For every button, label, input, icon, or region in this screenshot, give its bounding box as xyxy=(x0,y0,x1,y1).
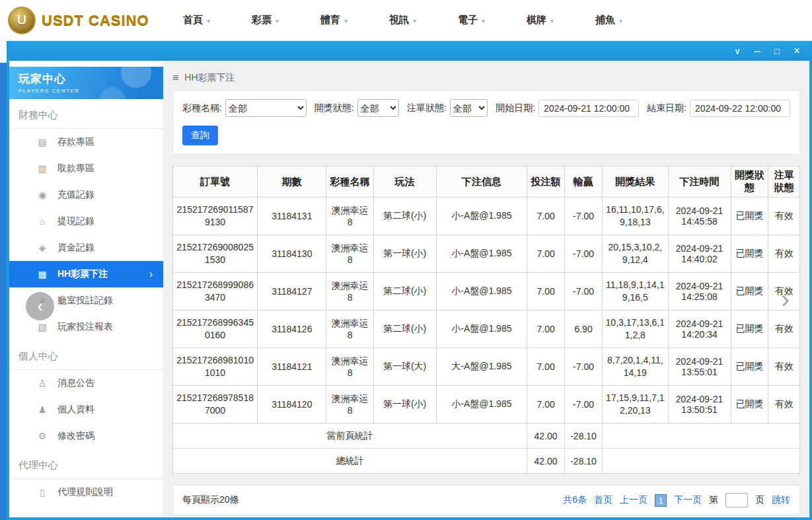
sidebar-item-profile[interactable]: ♟個人資料 xyxy=(9,396,163,423)
bets-table: 訂單號期數彩種名稱玩法下注信息投注額輸贏開獎結果下注時間開獎狀態注單狀態 215… xyxy=(172,166,800,474)
cell-col-6: -7.00 xyxy=(565,235,603,273)
jump-button[interactable]: 跳转 xyxy=(772,494,790,506)
table-row: 215217268978518700031184120澳洲幸运8第一球(小)小-… xyxy=(173,386,800,424)
cell-col-8: 2024-09-21 13:55:01 xyxy=(668,348,731,386)
cell-col-1: 31184130 xyxy=(258,235,326,273)
report-sheet-icon: ▧ xyxy=(37,322,48,332)
chevron-down-icon: ▾ xyxy=(276,16,279,24)
cell-col-7: 16,11,10,17,6,9,18,13 xyxy=(603,198,669,235)
sidebar-item-cashout-record[interactable]: ⌂提現記錄 xyxy=(9,208,163,235)
cell-col-5: 7.00 xyxy=(527,311,565,348)
sidebar-item-agent-rules[interactable]: ▯代理規則說明 xyxy=(9,479,163,505)
announcement-bell-icon: ♙ xyxy=(37,378,48,389)
page-size-label: 每頁顯示20條 xyxy=(182,494,239,506)
table-row: 215217268996345016031184126澳洲幸运8第二球(小)小-… xyxy=(173,311,800,348)
next-page-link[interactable]: 下一页 xyxy=(674,494,702,506)
cell-col-2: 澳洲幸运8 xyxy=(326,386,373,424)
window-titlebar: ∨─□× xyxy=(9,41,809,61)
cell-col-8: 2024-09-21 13:50:51 xyxy=(668,386,731,424)
site-logo[interactable]: U USDT CASINO xyxy=(8,7,166,34)
page-jump-input[interactable] xyxy=(725,493,748,507)
nav-item-video[interactable]: 視訊▾ xyxy=(389,14,458,26)
cell-col-7: 11,18,9,1,14,19,16,5 xyxy=(603,273,669,311)
cell-col-0: 2152172689990863470 xyxy=(173,273,258,311)
column-header-9: 開獎狀態 xyxy=(731,167,768,198)
sidebar-item-withdraw-zone[interactable]: ▥取款專區 xyxy=(9,155,163,182)
nav-item-slots[interactable]: 電子▾ xyxy=(458,14,527,26)
sidebar-item-label: 代理規則說明 xyxy=(57,486,113,498)
table-row: 215217268981010101031184121澳洲幸运8第一球(大)大-… xyxy=(173,348,800,386)
carousel-right-arrow[interactable]: › xyxy=(781,287,790,312)
chevron-down-icon: ▾ xyxy=(482,16,485,24)
nav-item-label: 棋牌 xyxy=(527,14,546,26)
sidebar-item-deposit-zone[interactable]: ▤存款專區 xyxy=(9,129,163,155)
nav-item-sports[interactable]: 體育▾ xyxy=(320,14,389,26)
player-center-sidebar: 玩家中心 PLAYERS CENTER 財務中心▤存款專區▥取款專區◉充值記錄⌂… xyxy=(9,61,163,517)
cell-col-10: 有效 xyxy=(768,348,800,386)
summary-winloss-total: -28.10 xyxy=(565,449,603,474)
column-header-1: 期數 xyxy=(258,167,326,198)
carousel-left-arrow[interactable]: ‹ xyxy=(26,292,54,320)
cell-col-8: 2024-09-21 14:25:08 xyxy=(668,273,731,311)
start-date-input[interactable] xyxy=(538,100,639,117)
goto-page-prefix: 第 xyxy=(709,494,718,506)
menu-toggle-icon[interactable]: ≡ xyxy=(172,72,178,84)
cell-col-9: 已開獎 xyxy=(731,386,768,424)
chevron-down-icon: ▾ xyxy=(344,16,348,24)
start-date-label: 開始日期: xyxy=(496,102,535,114)
column-header-4: 下注信息 xyxy=(436,167,527,198)
end-date-input[interactable] xyxy=(690,100,790,117)
funds-gem-icon: ◈ xyxy=(37,242,48,253)
password-gear-icon: ⚙ xyxy=(37,431,48,441)
current-page-indicator[interactable]: 1 xyxy=(655,494,667,507)
cell-col-4: 小-A盤@1.985 xyxy=(436,198,527,235)
sidebar-item-funds-record[interactable]: ◈資金記錄 xyxy=(9,235,163,261)
nav-item-fishing[interactable]: 捕魚▾ xyxy=(595,14,664,26)
window-close-button[interactable]: × xyxy=(792,46,801,56)
order-status-select[interactable]: 全部 xyxy=(450,99,488,117)
nav-item-label: 首頁 xyxy=(183,14,203,26)
breadcrumb: ≡ HH彩票下注 xyxy=(172,66,800,90)
nav-item-label: 視訊 xyxy=(389,14,409,26)
draw-status-select[interactable]: 全部 xyxy=(357,99,399,117)
window-collapse-button[interactable]: ∨ xyxy=(733,47,742,56)
sidebar-item-recharge-record[interactable]: ◉充值記錄 xyxy=(9,182,163,208)
cell-col-5: 7.00 xyxy=(527,348,565,386)
sidebar-item-announcements[interactable]: ♙消息公告 xyxy=(9,370,163,396)
cell-col-1: 31184126 xyxy=(258,311,326,348)
cell-col-2: 澳洲幸运8 xyxy=(326,235,373,273)
nav-item-chess[interactable]: 棋牌▾ xyxy=(527,14,595,26)
page-title: HH彩票下注 xyxy=(184,72,235,84)
cell-col-7: 20,15,3,10,2,9,12,4 xyxy=(603,235,669,273)
recharge-coin-icon: ◉ xyxy=(37,190,48,200)
logo-icon: U xyxy=(8,7,36,34)
column-header-0: 訂單號 xyxy=(173,167,258,198)
cell-col-1: 31184121 xyxy=(258,348,326,386)
cell-col-8: 2024-09-21 14:40:02 xyxy=(668,235,731,273)
sidebar-item-hh-lottery-bets[interactable]: ▦HH彩票下注› xyxy=(9,261,163,287)
chevron-down-icon: ▾ xyxy=(413,16,416,24)
cell-col-2: 澳洲幸运8 xyxy=(326,273,373,311)
nav-item-lottery[interactable]: 彩票▾ xyxy=(252,14,320,26)
search-button[interactable]: 查詢 xyxy=(182,126,218,145)
logo-text: USDT CASINO xyxy=(42,12,149,29)
table-header-row: 訂單號期數彩種名稱玩法下注信息投注額輸贏開獎結果下注時間開獎狀態注單狀態 xyxy=(173,167,800,198)
cell-col-2: 澳洲幸运8 xyxy=(326,198,373,235)
prev-page-link[interactable]: 上一页 xyxy=(620,494,647,506)
cell-col-5: 7.00 xyxy=(527,386,565,424)
nav-item-home[interactable]: 首頁▾ xyxy=(183,14,252,26)
sidebar-section-finance: 財務中心 xyxy=(9,99,163,129)
filter-panel: 彩種名稱: 全部 開獎狀態: 全部 注單狀態: 全部 開始日期: 結束日期: xyxy=(172,90,800,155)
lottery-select[interactable]: 全部 xyxy=(225,99,307,117)
first-page-link[interactable]: 首页 xyxy=(594,494,612,506)
cell-col-5: 7.00 xyxy=(527,273,565,311)
sidebar-section-personal: 個人中心 xyxy=(9,340,163,370)
window-minimize-button[interactable]: ─ xyxy=(753,47,762,56)
cell-col-6: -7.00 xyxy=(565,198,603,235)
nav-item-label: 捕魚 xyxy=(595,14,615,26)
sidebar-title: 玩家中心 xyxy=(18,71,154,87)
sidebar-item-change-password[interactable]: ⚙修改密碼 xyxy=(9,423,163,449)
cell-col-10: 有效 xyxy=(768,311,800,348)
window-maximize-button[interactable]: □ xyxy=(772,47,782,56)
draw-status-filter-label: 開獎狀態: xyxy=(314,102,354,114)
